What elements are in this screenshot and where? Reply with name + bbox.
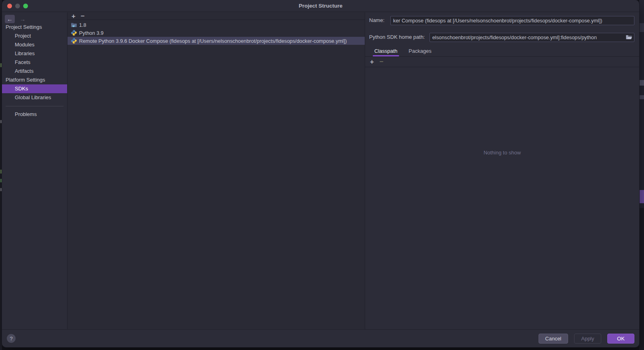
sdk-detail-panel: Name: Python SDK home path: Classpath Pa… [365,12,639,329]
sdk-name-input[interactable] [391,18,634,24]
help-icon[interactable]: ? [7,334,16,343]
history-nav: ← → [2,12,67,23]
home-path-label: Python SDK home path: [369,33,425,42]
window-fragment [639,95,644,99]
code-fragment [0,170,2,174]
code-fragment [0,179,2,182]
add-sdk-icon[interactable]: + [72,13,76,20]
home-path-input[interactable] [430,34,625,40]
python-icon [71,38,77,44]
dialog-title: Project Structure [2,0,639,12]
sidebar-item-project[interactable]: Project [2,32,67,40]
remove-sdk-icon[interactable]: − [81,13,85,20]
sdk-list-toolbar: + − [68,12,365,20]
settings-sidebar: ← → Project Settings Project Modules Lib… [2,12,68,329]
sidebar-item-modules[interactable]: Modules [2,40,67,49]
code-fragment [0,188,2,191]
python-icon [71,30,77,36]
sidebar-item-facets[interactable]: Facets [2,58,67,67]
window-fragment [639,23,644,32]
window-fragment [639,208,644,350]
sdk-row-label: Remote Python 3.9.6 Docker Compose (fide… [79,38,347,44]
classpath-toolbar: + − [365,57,639,67]
home-path-field-wrapper [429,33,634,42]
sdk-list: 1.8 Python 3.9 [68,20,365,45]
section-header-project-settings: Project Settings [2,23,67,32]
classpath-packages-tabs: Classpath Packages [365,46,639,57]
sidebar-item-sdks[interactable]: SDKs [2,84,67,93]
empty-state-text: Nothing to show [365,150,639,156]
sidebar-item-artifacts[interactable]: Artifacts [2,67,67,76]
code-fragment [0,63,2,67]
sdk-row-python39[interactable]: Python 3.9 [68,29,365,37]
sidebar-item-problems[interactable]: Problems [2,110,67,119]
sdk-row-label: 1.8 [79,22,86,28]
dialog-footer: ? Cancel Apply OK [2,329,639,347]
background-window-right-sliver [639,0,644,350]
section-header-platform-settings: Platform Settings [2,76,67,84]
jdk-icon [71,22,77,28]
scrollbar-fragment [639,190,644,203]
name-field-wrapper [390,16,634,25]
back-arrow-icon[interactable]: ← [5,15,15,23]
sidebar-divider [6,106,64,106]
settings-category-list: Project Settings Project Modules Librari… [2,23,67,119]
sidebar-item-libraries[interactable]: Libraries [2,49,67,58]
close-window-icon[interactable] [7,4,12,8]
minimize-window-icon[interactable] [15,4,20,8]
window-fragment [639,80,644,86]
dialog-content: ← → Project Settings Project Modules Lib… [2,12,639,329]
sdk-row-label: Python 3.9 [79,30,103,36]
project-structure-dialog: Project Structure ← → Project Settings P… [2,0,639,347]
remove-path-icon: − [380,58,384,65]
code-fragment [0,120,2,123]
sdk-list-panel: + − 1.8 [68,12,365,329]
title-bar: Project Structure [2,0,639,12]
apply-button: Apply [574,334,601,344]
zoom-window-icon[interactable] [23,4,28,8]
tab-packages[interactable]: Packages [409,46,431,56]
sidebar-item-global-libraries[interactable]: Global Libraries [2,93,67,102]
cancel-button[interactable]: Cancel [539,334,568,344]
name-label: Name: [369,16,384,25]
sdk-row-jdk[interactable]: 1.8 [68,21,365,29]
add-path-icon[interactable]: + [370,58,374,65]
folder-open-icon[interactable] [625,34,633,41]
sdk-row-remote-python[interactable]: Remote Python 3.9.6 Docker Compose (fide… [68,37,365,45]
ok-button[interactable]: OK [607,334,634,344]
forward-arrow-icon[interactable]: → [18,15,28,23]
tab-classpath[interactable]: Classpath [374,46,398,56]
